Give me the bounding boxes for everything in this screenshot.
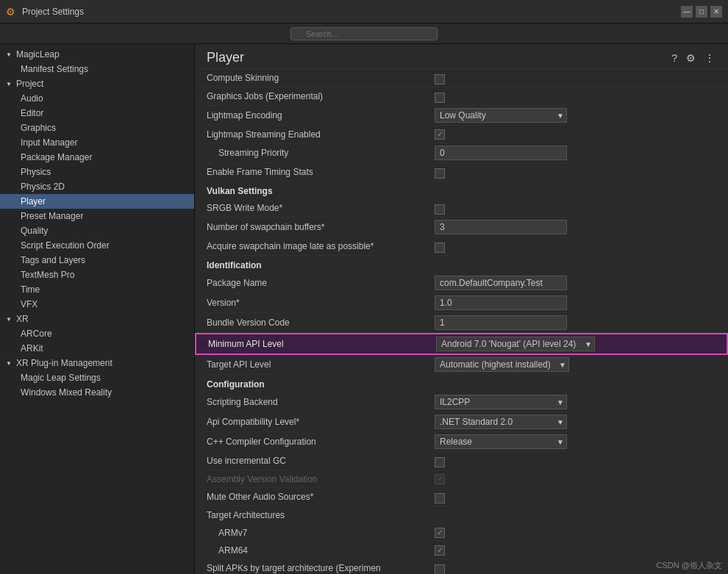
checkbox-25[interactable] xyxy=(435,545,445,556)
sidebar-label-preset-manager: Preset Manager xyxy=(21,211,83,221)
sidebar-item-physics[interactable]: Physics xyxy=(0,165,194,179)
setting-row-26: Split APKs by target architecture (Exper… xyxy=(195,559,728,574)
settings-button[interactable]: ⚙ xyxy=(685,51,697,65)
checkbox-5[interactable] xyxy=(435,168,445,179)
main-layout: ▼ MagicLeapManifest Settings▼ ProjectAud… xyxy=(0,44,728,574)
text-input-12[interactable] xyxy=(435,295,567,310)
setting-label-11: Package Name xyxy=(207,278,435,288)
sidebar-item-graphics[interactable]: Graphics xyxy=(0,121,194,135)
checkbox-24[interactable] xyxy=(435,528,445,538)
setting-value-0[interactable] xyxy=(435,71,716,85)
setting-row-0: Compute Skinning xyxy=(195,69,728,87)
setting-value-12[interactable] xyxy=(435,295,716,310)
sidebar-item-manifest-settings[interactable]: Manifest Settings xyxy=(0,62,194,76)
setting-label-3: Lightmap Streaming Enabled xyxy=(207,129,435,140)
text-input-11[interactable] xyxy=(435,276,567,290)
dropdown-14[interactable]: Android 7.0 'Nougat' (API level 24) xyxy=(436,337,595,351)
sidebar-label-physics-2d: Physics 2D xyxy=(21,182,65,192)
checkbox-3[interactable] xyxy=(435,129,445,140)
dropdown-wrapper-15: Automatic (highest installed)▼ xyxy=(435,357,569,372)
sidebar-label-quality: Quality xyxy=(21,226,48,236)
setting-value-18[interactable]: .NET Standard 2.0▼ xyxy=(435,415,716,429)
setting-value-25[interactable] xyxy=(435,545,716,556)
sidebar-item-editor[interactable]: Editor xyxy=(0,106,194,121)
maximize-button[interactable]: □ xyxy=(696,6,707,18)
setting-label-19: C++ Compiler Configuration xyxy=(207,437,435,447)
arrow-icon-project: ▼ xyxy=(6,81,15,87)
checkbox-0[interactable] xyxy=(435,74,445,85)
dropdown-2[interactable]: Low Quality xyxy=(435,108,567,123)
dropdown-15[interactable]: Automatic (highest installed) xyxy=(435,357,569,372)
sidebar-item-textmesh-pro[interactable]: TextMesh Pro xyxy=(0,268,194,282)
sidebar-item-magicleap[interactable]: ▼ MagicLeap xyxy=(0,47,194,62)
settings-body: Compute SkinningGraphics Jobs (Experimen… xyxy=(195,69,728,574)
sidebar-label-player: Player xyxy=(21,196,46,207)
arrow-icon-xr-plug-in-management: ▼ xyxy=(6,360,15,367)
setting-value-11[interactable] xyxy=(435,276,716,290)
sidebar-item-tags-and-layers[interactable]: Tags and Layers xyxy=(0,253,194,268)
dropdown-18[interactable]: .NET Standard 2.0 xyxy=(435,415,567,429)
sidebar-item-xr[interactable]: ▼ XR xyxy=(0,312,194,326)
setting-label-17: Scripting Backend xyxy=(207,397,435,407)
sidebar-item-vfx[interactable]: VFX xyxy=(0,297,194,312)
checkbox-9[interactable] xyxy=(435,243,445,253)
setting-value-21[interactable] xyxy=(435,473,716,484)
help-button[interactable]: ? xyxy=(670,51,679,65)
text-input-13[interactable] xyxy=(435,315,567,330)
sidebar-item-time[interactable]: Time xyxy=(0,282,194,297)
setting-label-24: ARMv7 xyxy=(207,528,435,538)
sidebar-item-windows-mixed-reality[interactable]: Windows Mixed Reality xyxy=(0,385,194,400)
sidebar-item-arcore[interactable]: ARCore xyxy=(0,326,194,341)
window-controls: — □ ✕ xyxy=(681,6,722,18)
setting-value-4[interactable] xyxy=(435,146,716,160)
setting-value-19[interactable]: Release▼ xyxy=(435,434,716,449)
minimize-button[interactable]: — xyxy=(681,6,693,18)
setting-value-5[interactable] xyxy=(435,165,716,179)
setting-value-7[interactable] xyxy=(435,201,716,215)
text-input-4[interactable] xyxy=(435,146,567,160)
sidebar-item-xr-plug-in-management[interactable]: ▼ XR Plug-in Management xyxy=(0,356,194,370)
search-input[interactable] xyxy=(290,27,438,40)
section-header-16: Configuration xyxy=(195,375,728,392)
setting-label-14: Minimum API Level xyxy=(208,339,436,349)
checkbox-22[interactable] xyxy=(435,493,445,503)
checkbox-7[interactable] xyxy=(435,204,445,215)
setting-value-15[interactable]: Automatic (highest installed)▼ xyxy=(435,357,716,372)
content-header: Player ? ⚙ ⋮ xyxy=(195,44,728,69)
setting-value-24[interactable] xyxy=(435,527,716,538)
sidebar-item-script-execution-order[interactable]: Script Execution Order xyxy=(0,238,194,253)
overflow-button[interactable]: ⋮ xyxy=(703,51,716,65)
checkbox-20[interactable] xyxy=(435,457,445,467)
sidebar-item-preset-manager[interactable]: Preset Manager xyxy=(0,209,194,223)
setting-row-2: Lightmap EncodingLow Quality▼ xyxy=(195,106,728,126)
sidebar-label-vfx: VFX xyxy=(21,299,38,309)
setting-value-9[interactable] xyxy=(435,240,716,253)
sidebar-item-quality[interactable]: Quality xyxy=(0,223,194,238)
setting-value-22[interactable] xyxy=(435,490,716,503)
setting-value-3[interactable] xyxy=(435,129,716,140)
checkbox-1[interactable] xyxy=(435,93,445,103)
sidebar-item-package-manager[interactable]: Package Manager xyxy=(0,150,194,165)
arrow-icon-magicleap: ▼ xyxy=(6,51,15,58)
sidebar-item-arkit[interactable]: ARKit xyxy=(0,341,194,356)
setting-value-17[interactable]: IL2CPP▼ xyxy=(435,395,716,409)
close-button[interactable]: ✕ xyxy=(710,6,722,18)
setting-value-1[interactable] xyxy=(435,90,716,103)
setting-value-13[interactable] xyxy=(435,315,716,330)
checkbox-26[interactable] xyxy=(435,564,445,574)
dropdown-17[interactable]: IL2CPP xyxy=(435,395,567,409)
sidebar-item-input-manager[interactable]: Input Manager xyxy=(0,135,194,150)
sidebar-item-audio[interactable]: Audio xyxy=(0,91,194,106)
sidebar-label-manifest-settings: Manifest Settings xyxy=(21,64,88,74)
setting-value-14[interactable]: Android 7.0 'Nougat' (API level 24)▼ xyxy=(436,337,715,351)
setting-value-20[interactable] xyxy=(435,454,716,467)
setting-value-2[interactable]: Low Quality▼ xyxy=(435,108,716,123)
dropdown-19[interactable]: Release xyxy=(435,434,567,449)
setting-value-8[interactable] xyxy=(435,220,716,234)
text-input-8[interactable] xyxy=(435,220,567,234)
sidebar-item-magic-leap-settings[interactable]: Magic Leap Settings xyxy=(0,370,194,385)
sidebar-item-physics-2d[interactable]: Physics 2D xyxy=(0,179,194,194)
sidebar-item-player[interactable]: Player xyxy=(0,194,194,209)
sidebar-item-project[interactable]: ▼ Project xyxy=(0,76,194,91)
arrow-icon-xr: ▼ xyxy=(6,316,15,323)
